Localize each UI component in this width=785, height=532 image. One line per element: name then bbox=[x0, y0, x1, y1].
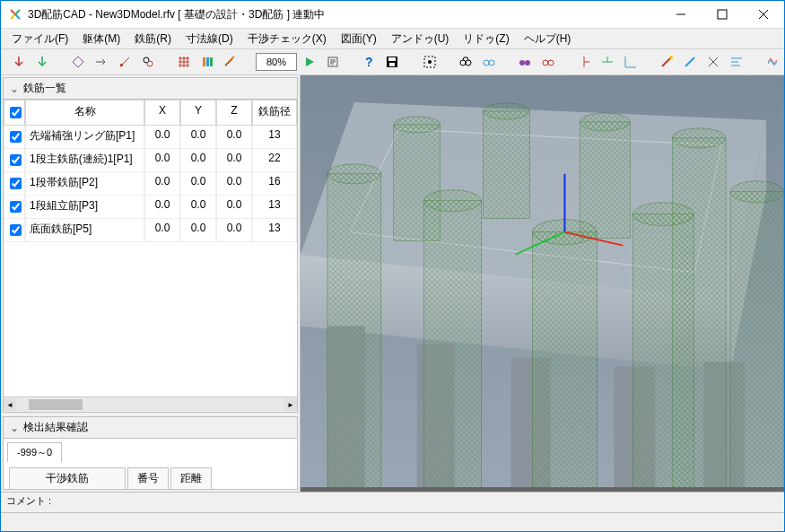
binoculars2-icon[interactable] bbox=[478, 51, 500, 73]
arrow-down-green-icon[interactable] bbox=[31, 51, 53, 73]
menu-drawing[interactable]: 図面(Y) bbox=[334, 30, 384, 48]
toolbar-group-display bbox=[758, 51, 785, 73]
svg-rect-6 bbox=[206, 57, 209, 66]
rebar-list-body: 名称 X Y Z 鉄筋径 先端補強リング筋[P1] 0.0 0.0 bbox=[4, 100, 297, 397]
col-name[interactable]: 名称 bbox=[25, 100, 144, 126]
chevron-down-icon: ⌄ bbox=[9, 422, 20, 434]
row-check[interactable] bbox=[10, 131, 22, 143]
menu-rebar[interactable]: 鉄筋(R) bbox=[127, 30, 179, 48]
arrow-down-red-icon[interactable] bbox=[8, 51, 30, 73]
menu-help[interactable]: ヘルプ(H) bbox=[517, 30, 579, 48]
svg-point-17 bbox=[466, 60, 471, 65]
comment-bar: コメント : bbox=[1, 492, 784, 512]
edit2-icon[interactable] bbox=[91, 51, 112, 73]
toolbar-group-draw bbox=[652, 51, 751, 73]
rebar-list-header[interactable]: ⌄ 鉄筋一覧 bbox=[4, 78, 297, 100]
fit-icon[interactable] bbox=[419, 51, 440, 73]
rebar-list-title: 鉄筋一覧 bbox=[23, 81, 66, 96]
svg-rect-5 bbox=[203, 57, 205, 66]
toolbar: 80% ? bbox=[1, 49, 784, 75]
zoom-value: 80% bbox=[266, 57, 286, 67]
row-check[interactable] bbox=[10, 178, 22, 189]
binoculars3-icon[interactable] bbox=[514, 51, 536, 73]
result-table: 干渉鉄筋 番号 距離 bbox=[7, 466, 214, 492]
menu-redo[interactable]: リドゥ(Z) bbox=[456, 30, 516, 48]
svg-point-16 bbox=[460, 60, 466, 65]
scroll-thumb[interactable] bbox=[29, 399, 83, 410]
edit1-icon[interactable] bbox=[67, 51, 89, 73]
svg-point-21 bbox=[525, 60, 530, 65]
edit3-icon[interactable] bbox=[114, 51, 135, 73]
wand2-icon[interactable] bbox=[679, 51, 701, 73]
align-icon[interactable] bbox=[726, 51, 747, 73]
svg-point-19 bbox=[489, 60, 494, 65]
axis3-icon[interactable] bbox=[620, 51, 641, 73]
scroll-right-arrow[interactable]: ► bbox=[284, 398, 297, 411]
wand3-icon[interactable] bbox=[702, 51, 724, 73]
menubar: ファイル(F) 躯体(M) 鉄筋(R) 寸法線(D) 干渉チェック(X) 図面(… bbox=[1, 29, 784, 49]
rainbow-icon[interactable] bbox=[762, 51, 783, 73]
axis1-icon[interactable] bbox=[573, 51, 595, 73]
toolbar-group-axis bbox=[570, 51, 645, 73]
help-icon[interactable]: ? bbox=[358, 51, 379, 73]
result-col2[interactable]: 番号 bbox=[127, 467, 169, 490]
viewport-3d[interactable] bbox=[301, 75, 784, 492]
wand1-icon[interactable] bbox=[656, 51, 677, 73]
row-check[interactable] bbox=[10, 154, 22, 166]
svg-marker-2 bbox=[73, 57, 83, 67]
svg-point-23 bbox=[548, 60, 554, 65]
toolbar-group-zoom: 80% bbox=[252, 51, 347, 73]
result-col3[interactable]: 距離 bbox=[170, 467, 212, 490]
minimize-button[interactable] bbox=[660, 1, 702, 28]
axis2-icon[interactable] bbox=[597, 51, 618, 73]
svg-rect-49 bbox=[484, 111, 530, 219]
svg-rect-61 bbox=[533, 232, 597, 487]
col-diameter[interactable]: 鉄筋径 bbox=[252, 100, 297, 126]
result-col1[interactable]: 干渉鉄筋 bbox=[9, 467, 126, 490]
save-icon[interactable] bbox=[381, 51, 403, 73]
measure-icon[interactable] bbox=[220, 51, 241, 73]
binoculars4-icon[interactable] bbox=[537, 51, 559, 73]
note-icon[interactable] bbox=[322, 51, 344, 73]
scroll-left-arrow[interactable]: ◄ bbox=[4, 398, 16, 411]
menu-body[interactable]: 躯体(M) bbox=[75, 30, 127, 48]
menu-undo[interactable]: アンドゥ(U) bbox=[384, 30, 457, 48]
col-z[interactable]: Z bbox=[216, 100, 252, 126]
row-check[interactable] bbox=[10, 201, 22, 213]
binoculars1-icon[interactable] bbox=[455, 51, 476, 73]
toolbar-group-view1 bbox=[415, 51, 444, 73]
result-header[interactable]: ⌄ 検出結果確認 bbox=[4, 417, 297, 439]
svg-rect-12 bbox=[388, 57, 396, 61]
horizontal-scrollbar[interactable]: ◄ ► bbox=[4, 397, 297, 412]
svg-rect-13 bbox=[389, 63, 395, 66]
rebar-list-panel: ⌄ 鉄筋一覧 名称 X Y Z 鉄筋径 bbox=[3, 77, 298, 413]
status-bar bbox=[1, 512, 784, 531]
svg-rect-65 bbox=[730, 192, 784, 487]
play-icon[interactable] bbox=[299, 51, 320, 73]
close-button[interactable] bbox=[743, 1, 784, 28]
main-area: ⌄ 鉄筋一覧 名称 X Y Z 鉄筋径 bbox=[1, 75, 784, 492]
menu-file[interactable]: ファイル(F) bbox=[4, 30, 75, 48]
comment-label: コメント : bbox=[6, 495, 51, 506]
col-x[interactable]: X bbox=[144, 100, 180, 126]
app-icon bbox=[8, 7, 22, 22]
menu-dimension[interactable]: 寸法線(D) bbox=[179, 30, 240, 48]
result-title: 検出結果確認 bbox=[23, 420, 88, 435]
check-all[interactable] bbox=[10, 107, 22, 118]
header-check[interactable] bbox=[4, 100, 25, 126]
grid-icon[interactable] bbox=[173, 51, 195, 73]
col-y[interactable]: Y bbox=[180, 100, 216, 126]
result-tab[interactable]: -999～0 bbox=[7, 442, 62, 462]
menu-interference[interactable]: 干渉チェック(X) bbox=[240, 30, 334, 48]
svg-rect-7 bbox=[210, 57, 213, 66]
edit4-icon[interactable] bbox=[137, 51, 159, 73]
scroll-track[interactable] bbox=[16, 398, 284, 411]
zoom-input[interactable]: 80% bbox=[256, 53, 297, 71]
svg-rect-1 bbox=[718, 10, 727, 19]
svg-text:?: ? bbox=[365, 55, 373, 69]
rebar-grid: 名称 X Y Z 鉄筋径 先端補強リング筋[P1] 0.0 0.0 bbox=[4, 100, 297, 242]
svg-point-4 bbox=[147, 61, 153, 66]
maximize-button[interactable] bbox=[702, 1, 743, 28]
columns-icon[interactable] bbox=[196, 51, 218, 73]
row-check[interactable] bbox=[10, 224, 22, 236]
